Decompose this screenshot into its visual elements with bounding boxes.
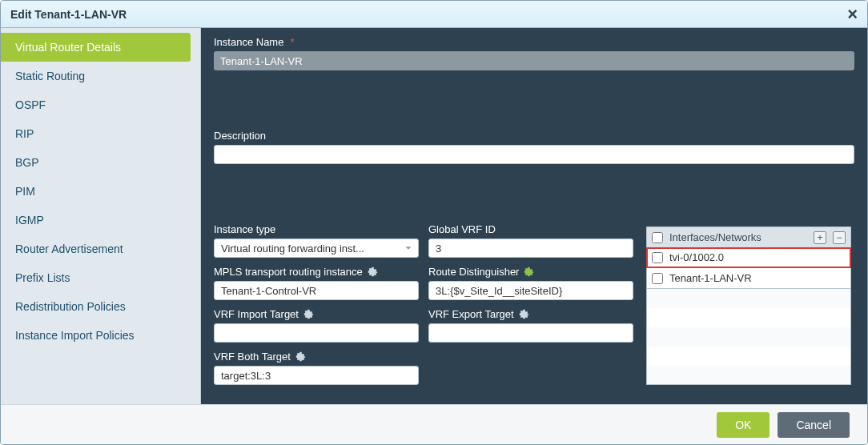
- label-route-distinguisher: Route Distinguisher: [428, 266, 633, 278]
- field-vrf-export-target: VRF Export Target: [428, 308, 633, 343]
- gear-icon[interactable]: [303, 309, 314, 319]
- close-icon[interactable]: ×: [847, 6, 858, 23]
- window-title: Edit Tenant-1-LAN-VR: [10, 8, 127, 21]
- interfaces-select-all-checkbox[interactable]: [652, 232, 663, 243]
- input-global-vrf-id[interactable]: [428, 239, 633, 258]
- field-instance-name: Instance Name*: [214, 36, 854, 125]
- interface-checkbox[interactable]: [652, 252, 663, 263]
- add-interface-button[interactable]: +: [814, 231, 826, 244]
- label-mpls-transport: MPLS transport routing instance: [214, 266, 419, 278]
- interfaces-header-label: Interfaces/Networks: [669, 231, 807, 243]
- interface-row[interactable]: Tenant-1-LAN-VR: [646, 268, 851, 289]
- chevron-down-icon: [403, 243, 414, 254]
- required-asterisk: *: [290, 36, 294, 48]
- dialog-footer: OK Cancel: [1, 404, 867, 444]
- sidebar-item-bgp[interactable]: BGP: [1, 148, 191, 177]
- field-vrf-import-target: VRF Import Target: [214, 308, 419, 343]
- field-description: Description: [214, 130, 854, 218]
- sidebar-item-ospf[interactable]: OSPF: [1, 90, 191, 119]
- label-global-vrf-id: Global VRF ID: [428, 223, 633, 235]
- dialog-body: Virtual Router Details Static Routing OS…: [1, 28, 867, 404]
- gear-icon[interactable]: [519, 309, 529, 319]
- sidebar-item-virtual-router-details[interactable]: Virtual Router Details: [1, 33, 191, 62]
- titlebar: Edit Tenant-1-LAN-VR ×: [1, 1, 867, 28]
- sidebar-item-router-advertisement[interactable]: Router Advertisement: [1, 235, 191, 263]
- input-instance-name[interactable]: [214, 51, 854, 70]
- label-instance-type: Instance type: [214, 223, 419, 235]
- input-instance-type[interactable]: [214, 239, 419, 258]
- field-global-vrf-id: Global VRF ID: [428, 223, 633, 258]
- label-vrf-import-target: VRF Import Target: [214, 308, 419, 320]
- gear-icon[interactable]: [368, 267, 378, 277]
- field-mpls-transport: MPLS transport routing instance: [214, 266, 419, 300]
- interface-row[interactable]: tvi-0/1002.0: [646, 247, 851, 268]
- field-instance-type: Instance type: [214, 223, 419, 258]
- label-vrf-both-target: VRF Both Target: [214, 351, 419, 363]
- interfaces-empty-rows: [646, 289, 851, 385]
- sidebar-item-redistribution-policies[interactable]: Redistribution Policies: [1, 292, 191, 321]
- input-vrf-import-target[interactable]: [214, 323, 419, 343]
- ok-button[interactable]: OK: [717, 412, 770, 438]
- sidebar-item-instance-import-policies[interactable]: Instance Import Policies: [1, 321, 191, 350]
- label-instance-name: Instance Name*: [214, 36, 854, 48]
- input-route-distinguisher[interactable]: [428, 281, 633, 300]
- select-instance-type[interactable]: [214, 239, 419, 258]
- field-vrf-both-target: VRF Both Target: [214, 351, 419, 385]
- form-area: Instance Name* Description Instance type: [201, 28, 867, 404]
- input-vrf-export-target[interactable]: [428, 323, 633, 343]
- sidebar-item-prefix-lists[interactable]: Prefix Lists: [1, 263, 191, 292]
- interfaces-header: Interfaces/Networks + −: [646, 227, 851, 247]
- sidebar-item-igmp[interactable]: IGMP: [1, 206, 191, 235]
- input-mpls-transport[interactable]: [214, 281, 419, 300]
- label-description: Description: [214, 130, 854, 142]
- cancel-button[interactable]: Cancel: [778, 412, 850, 438]
- interface-checkbox[interactable]: [652, 273, 663, 284]
- field-route-distinguisher: Route Distinguisher: [428, 266, 633, 300]
- interface-label: Tenant-1-LAN-VR: [669, 272, 752, 284]
- gear-icon[interactable]: [295, 351, 306, 362]
- interface-label: tvi-0/1002.0: [669, 251, 724, 263]
- sidebar-item-static-routing[interactable]: Static Routing: [1, 62, 191, 90]
- input-description[interactable]: [214, 145, 854, 164]
- gear-icon[interactable]: [524, 267, 534, 277]
- interfaces-panel: Interfaces/Networks + − tvi-0/1002.0 Ten…: [646, 227, 851, 393]
- input-vrf-both-target[interactable]: [214, 366, 419, 385]
- form-row: Instance type Global VRF ID M: [214, 223, 854, 393]
- label-vrf-export-target: VRF Export Target: [428, 308, 633, 320]
- sidebar-item-pim[interactable]: PIM: [1, 177, 191, 206]
- sidebar-item-rip[interactable]: RIP: [1, 119, 191, 148]
- remove-interface-button[interactable]: −: [833, 231, 846, 244]
- sidebar: Virtual Router Details Static Routing OS…: [1, 28, 201, 404]
